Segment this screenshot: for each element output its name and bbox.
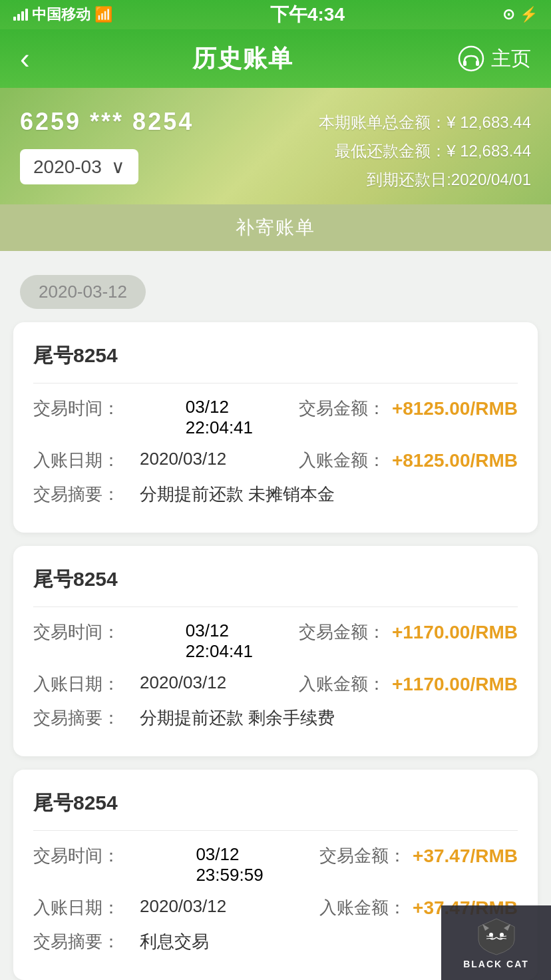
book-amount-2: +1170.00/RMB xyxy=(392,674,518,695)
svg-rect-1 xyxy=(463,61,466,66)
summary-row-2: 交易摘要： 分期提前还款 剩余手续费 xyxy=(33,706,518,730)
svg-rect-2 xyxy=(476,61,479,66)
book-date-value-3: 2020/03/12 xyxy=(140,896,319,917)
date-tag-container: 2020-03-12 xyxy=(13,264,538,322)
summary-value-1: 分期提前还款 未摊销本金 xyxy=(140,483,518,506)
signal-icon xyxy=(13,9,28,21)
book-date-row-2: 入账日期： 2020/03/12 入账金额： +1170.00/RMB xyxy=(33,672,518,696)
transaction-card-2: 尾号8254 交易时间： 03/12 22:04:41 交易金额： +1170.… xyxy=(13,546,538,756)
wifi-icon: 📶 xyxy=(94,6,112,23)
trade-time-row-1: 交易时间： 03/12 22:04:41 交易金额： +8125.00/RMB xyxy=(33,397,518,438)
divider xyxy=(33,607,518,607)
nav-title: 历史账单 xyxy=(192,43,293,75)
book-date-value-1: 2020/03/12 xyxy=(140,449,299,469)
header-card: 6259 *** 8254 2020-03 ∨ 本期账单总金额：¥ 12,683… xyxy=(0,88,551,204)
black-cat-watermark: BLACK CAT xyxy=(441,905,551,980)
summary-label-1: 交易摘要： xyxy=(33,483,140,506)
trade-amount-1: +8125.00/RMB xyxy=(392,398,518,419)
trade-time-label-3: 交易时间： xyxy=(33,844,140,867)
card-info: 本期账单总金额：¥ 12,683.44 最低还款金额：¥ 12,683.44 到… xyxy=(319,108,531,194)
supplement-label: 补寄账单 xyxy=(236,217,315,238)
status-time: 下午4:34 xyxy=(270,2,345,27)
svg-point-0 xyxy=(459,47,483,71)
trade-time-value-2: 03/12 22:04:41 xyxy=(186,620,253,662)
battery-icon: ⚡ xyxy=(520,6,538,23)
date-tag: 2020-03-12 xyxy=(20,275,146,309)
book-date-label-2: 入账日期： xyxy=(33,672,140,696)
due-date: 到期还款日:2020/04/01 xyxy=(319,165,531,194)
rotate-icon: ⊙ xyxy=(502,6,514,23)
status-bar: 中国移动 📶 下午4:34 ⊙ ⚡ xyxy=(0,0,551,29)
black-cat-label: BLACK CAT xyxy=(463,959,529,969)
status-right: ⊙ ⚡ xyxy=(502,6,538,23)
home-button[interactable]: 主页 xyxy=(457,44,531,73)
total-amount: 本期账单总金额：¥ 12,683.44 xyxy=(319,108,531,136)
tail-number-1: 尾号8254 xyxy=(33,342,518,369)
book-date-row-1: 入账日期： 2020/03/12 入账金额： +8125.00/RMB xyxy=(33,449,518,472)
trade-time-row-3: 交易时间： 03/12 23:59:59 交易金额： +37.47/RMB xyxy=(33,844,518,885)
trade-amount-3: +37.47/RMB xyxy=(413,846,518,867)
home-label: 主页 xyxy=(491,45,531,73)
black-cat-logo-icon xyxy=(473,916,520,956)
trade-time-label-2: 交易时间： xyxy=(33,620,140,644)
trade-amount-2: +1170.00/RMB xyxy=(392,622,518,643)
divider xyxy=(33,383,518,383)
status-left: 中国移动 📶 xyxy=(13,5,112,25)
summary-value-2: 分期提前还款 剩余手续费 xyxy=(140,706,518,730)
min-payment: 最低还款金额：¥ 12,683.44 xyxy=(319,136,531,165)
book-date-label-1: 入账日期： xyxy=(33,449,140,472)
supplement-banner[interactable]: 补寄账单 xyxy=(0,204,551,251)
divider xyxy=(33,830,518,831)
trade-time-value-1: 03/12 22:04:41 xyxy=(186,397,253,438)
carrier-label: 中国移动 xyxy=(32,5,91,25)
trade-amount-right-1: 交易金额： +8125.00/RMB xyxy=(299,397,518,420)
content-area: 2020-03-12 尾号8254 交易时间： 03/12 22:04:41 交… xyxy=(0,251,551,980)
book-date-value-2: 2020/03/12 xyxy=(140,672,299,693)
summary-label-3: 交易摘要： xyxy=(33,930,140,953)
summary-row-1: 交易摘要： 分期提前还款 未摊销本金 xyxy=(33,483,518,506)
trade-time-label-1: 交易时间： xyxy=(33,397,140,420)
transaction-card-1: 尾号8254 交易时间： 03/12 22:04:41 交易金额： +8125.… xyxy=(13,322,538,533)
account-number: 6259 *** 8254 xyxy=(20,108,194,136)
date-selector[interactable]: 2020-03 ∨ xyxy=(20,149,138,184)
trade-time-row-2: 交易时间： 03/12 22:04:41 交易金额： +1170.00/RMB xyxy=(33,620,518,662)
headset-icon xyxy=(457,44,486,73)
trade-amount-right-3: 交易金额： +37.47/RMB xyxy=(319,844,518,867)
tail-number-3: 尾号8254 xyxy=(33,790,518,817)
trade-amount-right-2: 交易金额： +1170.00/RMB xyxy=(299,620,518,644)
nav-bar: ‹ 历史账单 主页 xyxy=(0,29,551,88)
book-amount-right-2: 入账金额： +1170.00/RMB xyxy=(299,672,518,696)
book-amount-1: +8125.00/RMB xyxy=(392,450,518,471)
book-amount-right-1: 入账金额： +8125.00/RMB xyxy=(299,449,518,472)
trade-time-value-3: 03/12 23:59:59 xyxy=(196,844,263,885)
back-button[interactable]: ‹ xyxy=(20,42,30,75)
selected-date: 2020-03 xyxy=(33,156,102,178)
chevron-down-icon: ∨ xyxy=(111,156,125,178)
summary-label-2: 交易摘要： xyxy=(33,706,140,730)
book-date-label-3: 入账日期： xyxy=(33,896,140,919)
tail-number-2: 尾号8254 xyxy=(33,566,518,593)
